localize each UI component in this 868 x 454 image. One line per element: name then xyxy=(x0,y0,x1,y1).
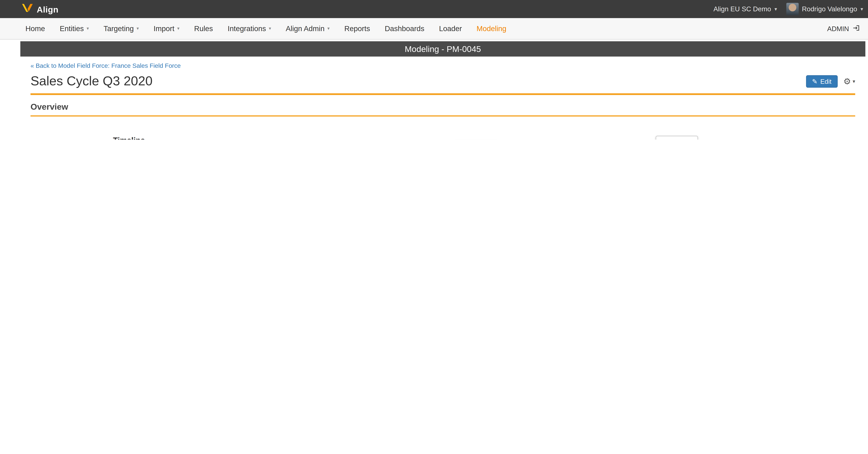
account-name: Align EU SC Demo xyxy=(713,5,771,13)
nav-item-modeling[interactable]: Modeling xyxy=(469,18,514,39)
chevron-down-icon: ▾ xyxy=(269,26,271,31)
nav-item-rules[interactable]: Rules xyxy=(187,18,220,39)
app-window: Align Align EU SC Demo ▾ Rodrigo Valelon… xyxy=(0,0,868,140)
settings-menu[interactable]: ⚙ ▾ xyxy=(843,76,855,86)
account-switcher[interactable]: Align EU SC Demo ▾ xyxy=(713,5,777,13)
pencil-icon: ✎ xyxy=(812,77,817,85)
title-row: Sales Cycle Q3 2020 ✎ Edit ⚙ ▾ xyxy=(31,74,855,95)
chevron-down-icon: ▾ xyxy=(774,6,777,12)
nav-item-dashboards[interactable]: Dashboards xyxy=(377,18,432,39)
overview-heading: Overview xyxy=(31,102,855,117)
chevron-down-icon: ▾ xyxy=(328,26,330,31)
main-nav: Home Entities▾ Targeting▾ Import▾ Rules … xyxy=(0,18,868,39)
back-link[interactable]: « Back to Model Field Force: France Sale… xyxy=(31,62,181,69)
nav-item-entities[interactable]: Entities▾ xyxy=(53,18,96,39)
user-name: Rodrigo Valelongo xyxy=(802,5,857,13)
chevron-down-icon: ▾ xyxy=(87,26,89,31)
page-title: Sales Cycle Q3 2020 xyxy=(31,74,153,89)
admin-link[interactable]: ADMIN xyxy=(827,24,860,33)
edit-button[interactable]: ✎ Edit xyxy=(806,75,838,87)
user-menu[interactable]: Rodrigo Valelongo ▾ xyxy=(786,3,863,15)
brand-home-link[interactable]: Align xyxy=(22,3,59,15)
page-banner: Modeling - PM-0045 xyxy=(20,41,865,57)
nav-item-integrations[interactable]: Integrations▾ xyxy=(220,18,278,39)
chevron-down-icon: ▾ xyxy=(861,6,863,12)
top-bar: Align Align EU SC Demo ▾ Rodrigo Valelon… xyxy=(0,0,868,18)
banner-title: Modeling - PM-0045 xyxy=(405,44,481,54)
nav-item-loader[interactable]: Loader xyxy=(432,18,469,39)
timeline-label: Timeline xyxy=(113,136,145,140)
login-arrow-icon xyxy=(852,24,860,33)
timeline: Timeline ✓ Channels ✓ Products ✓ xyxy=(31,136,855,140)
brand-name: Align xyxy=(37,4,58,14)
nav-item-import[interactable]: Import▾ xyxy=(146,18,187,39)
gear-icon: ⚙ xyxy=(843,76,851,86)
nav-item-align-admin[interactable]: Align Admin▾ xyxy=(278,18,337,39)
chevron-down-icon: ▾ xyxy=(177,26,180,31)
chevron-down-icon: ▾ xyxy=(136,26,139,31)
cycle-range-tooltip: 01/07/2020 to 30/09/2020 xyxy=(656,136,698,140)
nav-item-reports[interactable]: Reports xyxy=(337,18,377,39)
nav-item-targeting[interactable]: Targeting▾ xyxy=(96,18,146,39)
avatar xyxy=(786,3,799,15)
align-logo-icon xyxy=(22,3,33,15)
nav-item-home[interactable]: Home xyxy=(18,18,52,39)
chevron-down-icon: ▾ xyxy=(853,78,855,84)
